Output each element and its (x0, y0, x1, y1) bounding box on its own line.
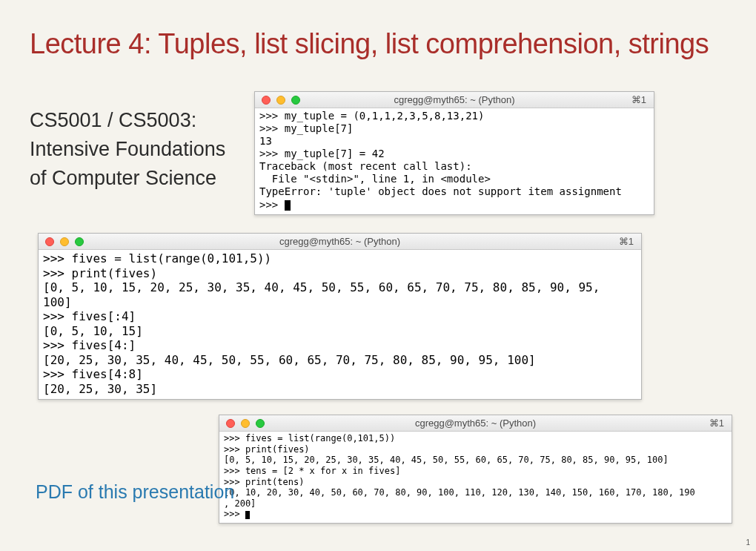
tab-indicator: ⌘1 (631, 94, 646, 105)
close-icon[interactable] (226, 419, 235, 428)
terminal-titlebar: cgregg@myth65: ~ (Python) ⌘1 (255, 92, 654, 108)
terminal-title: cgregg@myth65: ~ (Python) (219, 418, 732, 429)
terminal-title: cgregg@myth65: ~ (Python) (255, 94, 654, 105)
course-name: CS5001 / CS5003: Intensive Foundations o… (30, 106, 225, 193)
terminal-titlebar: cgregg@myth65: ~ (Python) ⌘1 (39, 234, 641, 250)
close-icon[interactable] (262, 96, 271, 105)
terminal-title: cgregg@myth65: ~ (Python) (39, 236, 641, 247)
terminal-comprehension-demo: cgregg@myth65: ~ (Python) ⌘1 >>> fives =… (219, 415, 732, 524)
close-icon[interactable] (45, 237, 54, 246)
terminal-tuple-demo: cgregg@myth65: ~ (Python) ⌘1 >>> my_tupl… (254, 91, 654, 215)
zoom-icon[interactable] (75, 237, 84, 246)
tab-indicator: ⌘1 (709, 418, 724, 429)
pdf-link[interactable]: PDF of this presentation (36, 481, 234, 503)
terminal-slicing-demo: cgregg@myth65: ~ (Python) ⌘1 >>> fives =… (38, 233, 642, 400)
terminal-titlebar: cgregg@myth65: ~ (Python) ⌘1 (219, 415, 732, 432)
minimize-icon[interactable] (60, 237, 69, 246)
cursor-icon (285, 200, 291, 211)
minimize-icon[interactable] (276, 96, 285, 105)
minimize-icon[interactable] (241, 419, 250, 428)
zoom-icon[interactable] (256, 419, 265, 428)
terminal-output: >>> fives = list(range(0,101,5)) >>> pri… (39, 250, 641, 399)
tab-indicator: ⌘1 (619, 236, 634, 247)
page-number: 1 (746, 538, 750, 547)
terminal-output: >>> fives = list(range(0,101,5)) >>> pri… (219, 432, 732, 523)
zoom-icon[interactable] (291, 96, 300, 105)
lecture-title: Lecture 4: Tuples, list slicing, list co… (30, 28, 709, 60)
terminal-output: >>> my_tuple = (0,1,1,2,3,5,8,13,21) >>>… (255, 108, 654, 214)
cursor-icon (245, 511, 250, 519)
